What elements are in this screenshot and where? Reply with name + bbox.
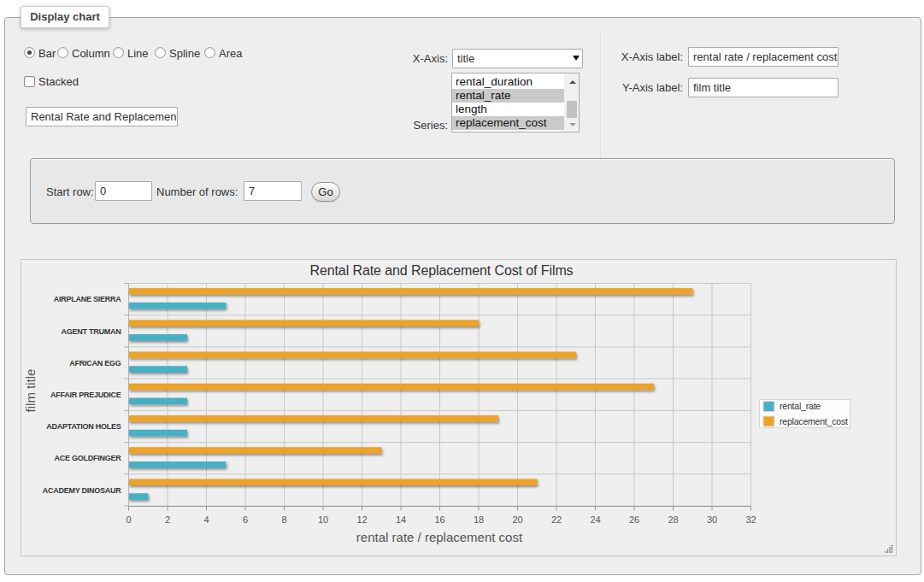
- svg-text:28: 28: [668, 514, 678, 525]
- svg-text:8: 8: [281, 514, 286, 525]
- svg-text:20: 20: [512, 514, 522, 525]
- svg-text:rental_rate: rental_rate: [780, 401, 821, 411]
- svg-text:12: 12: [356, 514, 367, 525]
- svg-text:replacement_cost: replacement_cost: [780, 416, 848, 426]
- svg-text:30: 30: [707, 514, 717, 525]
- svg-text:film title: film title: [23, 369, 38, 413]
- svg-text:6: 6: [243, 514, 248, 525]
- svg-text:22: 22: [551, 514, 562, 525]
- svg-text:26: 26: [629, 514, 639, 525]
- svg-text:0: 0: [126, 514, 131, 525]
- svg-text:14: 14: [396, 514, 406, 525]
- svg-text:rental rate / replacement cost: rental rate / replacement cost: [356, 530, 523, 544]
- svg-text:10: 10: [318, 514, 328, 525]
- svg-text:AGENT TRUMAN: AGENT TRUMAN: [62, 327, 121, 336]
- svg-text:AIRPLANE SIERRA: AIRPLANE SIERRA: [54, 295, 122, 303]
- svg-text:Rental Rate and Replacement Co: Rental Rate and Replacement Cost of Film…: [309, 263, 573, 278]
- svg-text:18: 18: [474, 514, 484, 525]
- svg-text:24: 24: [590, 514, 600, 525]
- svg-text:32: 32: [745, 514, 756, 525]
- svg-text:ADAPTATION HOLES: ADAPTATION HOLES: [46, 422, 121, 431]
- svg-text:16: 16: [434, 514, 444, 525]
- svg-text:2: 2: [165, 514, 170, 525]
- svg-text:AFFAIR PREJUDICE: AFFAIR PREJUDICE: [50, 391, 121, 399]
- svg-text:4: 4: [203, 514, 209, 525]
- svg-text:ACADEMY DINOSAUR: ACADEMY DINOSAUR: [43, 486, 122, 495]
- svg-text:ACE GOLDFINGER: ACE GOLDFINGER: [54, 454, 121, 462]
- svg-text:AFRICAN EGG: AFRICAN EGG: [69, 359, 121, 367]
